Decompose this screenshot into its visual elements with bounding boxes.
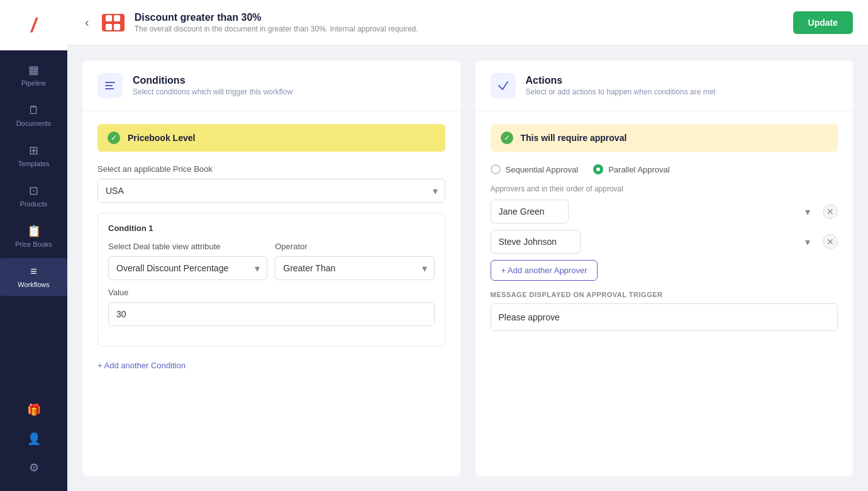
sidebar-item-documents[interactable]: 🗒 Documents: [0, 97, 67, 135]
parallel-option[interactable]: Parallel Approval: [593, 164, 670, 174]
actions-icon: [491, 73, 516, 98]
value-input[interactable]: [108, 302, 435, 326]
approver-2-select[interactable]: Steve Johnson: [491, 230, 581, 254]
sidebar-item-settings[interactable]: ⚙: [0, 454, 67, 481]
actions-header-text: Actions Select or add actions to happen …: [526, 75, 716, 96]
settings-icon: ⚙: [29, 462, 39, 473]
gifts-icon: 🎁: [27, 404, 41, 415]
header-text: Discount greater than 30% The overall di…: [135, 12, 783, 33]
templates-icon: ⊞: [29, 145, 38, 156]
sidebar-item-gifts[interactable]: 🎁: [0, 397, 67, 423]
icon-dot-4: [114, 24, 120, 30]
main-area: ‹ Discount greater than 30% The overall …: [67, 0, 868, 491]
condition-1-row: Select Deal table view attribute Overall…: [108, 242, 435, 280]
price-book-label: Select an applicable Price Book: [97, 164, 445, 174]
sidebar-nav: ▦ Pipeline 🗒 Documents ⊞ Templates ⊡ Pro…: [0, 57, 67, 296]
value-group: Value: [108, 288, 435, 326]
approval-check-icon: ✓: [501, 132, 513, 144]
icon-row-bottom: [106, 24, 120, 30]
add-approver-button[interactable]: + Add another Approver: [491, 260, 598, 281]
conditions-subtitle: Select conditions which will trigger thi…: [133, 87, 292, 96]
icon-dot-3: [106, 24, 112, 30]
svg-rect-2: [105, 88, 114, 89]
sidebar-label-pricebooks: Price Books: [15, 240, 52, 248]
attribute-label: Select Deal table view attribute: [108, 242, 267, 251]
page-subtitle: The overall discount in the document in …: [135, 25, 783, 33]
sidebar-label-workflows: Workflows: [18, 281, 50, 288]
operator-label: Operator: [275, 242, 434, 251]
documents-icon: 🗒: [28, 104, 40, 116]
header: ‹ Discount greater than 30% The overall …: [67, 0, 868, 45]
price-book-group: Select an applicable Price Book USA EUR …: [97, 164, 445, 203]
operator-select[interactable]: Greater Than Less Than Equal To: [275, 256, 434, 280]
conditions-panel: Conditions Select conditions which will …: [82, 60, 460, 476]
svg-rect-1: [105, 85, 113, 86]
approver-1-row: Jane Green ✕: [491, 200, 838, 223]
icon-row-top: [106, 15, 120, 21]
actions-title: Actions: [526, 75, 716, 86]
sequential-radio[interactable]: [491, 164, 501, 174]
approver-1-wrapper: Jane Green: [491, 200, 818, 223]
users-icon: 👤: [27, 433, 41, 444]
workflows-icon: ≡: [30, 266, 37, 277]
content-area: Conditions Select conditions which will …: [67, 45, 868, 491]
actions-panel-body: ✓ This will require approval Sequential …: [476, 111, 854, 476]
operator-select-wrapper: Greater Than Less Than Equal To: [275, 256, 434, 280]
logo-icon: /: [31, 14, 36, 37]
sidebar-label-documents: Documents: [16, 120, 52, 127]
approver-1-remove-button[interactable]: ✕: [823, 204, 838, 219]
approval-options: Sequential Approval Parallel Approval: [491, 164, 838, 174]
attribute-select[interactable]: Overall Discount Percentage Total Amount…: [108, 256, 267, 280]
conditions-title: Conditions: [133, 75, 292, 86]
approver-2-wrapper: Steve Johnson: [491, 230, 818, 254]
price-book-select-wrapper: USA EUR GBP: [97, 179, 445, 203]
conditions-panel-header: Conditions Select conditions which will …: [82, 60, 460, 111]
workflow-icon: [102, 14, 125, 31]
condition-1-title: Condition 1: [108, 223, 435, 233]
operator-group: Operator Greater Than Less Than Equal To: [275, 242, 434, 280]
message-input[interactable]: [491, 303, 838, 331]
update-button[interactable]: Update: [793, 11, 853, 34]
parallel-radio[interactable]: [593, 164, 603, 174]
sidebar-label-pipeline: Pipeline: [21, 79, 46, 87]
approver-2-remove-button[interactable]: ✕: [823, 234, 838, 249]
actions-panel: Actions Select or add actions to happen …: [476, 60, 854, 476]
actions-subtitle: Select or add actions to happen when con…: [526, 87, 716, 96]
sidebar-logo: /: [0, 0, 67, 50]
approver-2-row: Steve Johnson ✕: [491, 230, 838, 254]
price-book-select[interactable]: USA EUR GBP: [97, 179, 445, 203]
sequential-label: Sequential Approval: [506, 165, 579, 174]
pipeline-icon: ▦: [28, 64, 39, 76]
sidebar-bottom: 🎁 👤 ⚙: [0, 397, 67, 491]
conditions-header-text: Conditions Select conditions which will …: [133, 75, 292, 96]
icon-dot-2: [114, 15, 120, 21]
message-label: MESSAGE DISPLAYED ON APPROVAL TRIGGER: [491, 291, 838, 298]
sidebar-item-workflows[interactable]: ≡ Workflows: [0, 258, 67, 296]
sidebar-label-templates: Templates: [18, 160, 49, 167]
add-condition-button[interactable]: + Add another Condition: [97, 357, 186, 374]
parallel-label: Parallel Approval: [608, 165, 670, 174]
pricebook-check-icon: ✓: [108, 132, 120, 144]
attribute-select-wrapper: Overall Discount Percentage Total Amount…: [108, 256, 267, 280]
sidebar: / ▦ Pipeline 🗒 Documents ⊞ Templates ⊡ P…: [0, 0, 67, 491]
pricebook-section-header: ✓ Pricebook Level: [97, 124, 445, 152]
pricebooks-icon: 📋: [27, 225, 41, 237]
sidebar-label-products: Products: [20, 200, 47, 208]
sequential-option[interactable]: Sequential Approval: [491, 164, 579, 174]
icon-dot-1: [106, 15, 112, 21]
svg-rect-0: [105, 82, 115, 83]
sidebar-item-users[interactable]: 👤: [0, 426, 67, 452]
attribute-group: Select Deal table view attribute Overall…: [108, 242, 267, 280]
products-icon: ⊡: [29, 185, 38, 196]
pricebook-section-label: Pricebook Level: [128, 133, 195, 143]
back-button[interactable]: ‹: [82, 13, 92, 32]
conditions-icon: [97, 73, 123, 98]
sidebar-item-pricebooks[interactable]: 📋 Price Books: [0, 218, 67, 256]
sidebar-item-products[interactable]: ⊡ Products: [0, 178, 67, 215]
actions-panel-header: Actions Select or add actions to happen …: [476, 60, 854, 111]
page-title: Discount greater than 30%: [135, 12, 783, 23]
sidebar-item-pipeline[interactable]: ▦ Pipeline: [0, 57, 67, 94]
value-label: Value: [108, 288, 435, 297]
sidebar-item-templates[interactable]: ⊞ Templates: [0, 137, 67, 175]
approver-1-select[interactable]: Jane Green: [491, 200, 569, 223]
